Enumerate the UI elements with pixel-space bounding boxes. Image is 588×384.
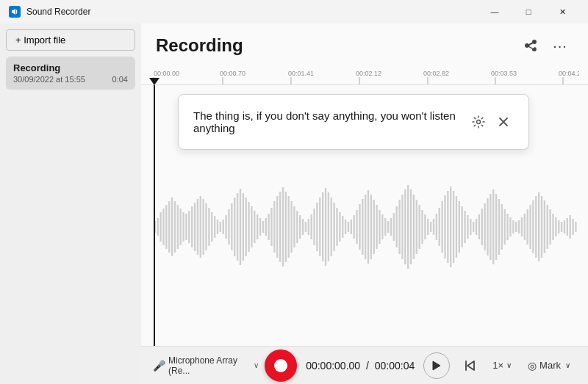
svg-rect-97 <box>381 214 383 239</box>
svg-rect-66 <box>293 206 295 247</box>
svg-rect-54 <box>259 218 261 236</box>
svg-rect-80 <box>333 203 334 251</box>
sidebar: + Import file Recording 30/09/2022 at 15… <box>0 23 141 384</box>
svg-rect-52 <box>254 211 255 243</box>
svg-rect-44 <box>231 203 232 250</box>
svg-rect-60 <box>276 196 278 258</box>
recording-item-duration: 0:04 <box>112 75 128 84</box>
svg-rect-23 <box>171 198 173 256</box>
minimize-button[interactable]: — <box>478 0 512 23</box>
svg-rect-86 <box>351 220 352 234</box>
svg-rect-144 <box>515 222 517 232</box>
svg-rect-141 <box>506 214 508 240</box>
close-button[interactable]: ✕ <box>545 0 579 23</box>
svg-rect-108 <box>413 195 415 259</box>
waveform-container: 00:00.00 00:00.70 00:01.41 00:02.12 00:0… <box>141 65 588 346</box>
mic-icon: 🎤 <box>153 360 165 372</box>
svg-rect-118 <box>441 201 442 253</box>
title-bar: Sound Recorder — □ ✕ <box>0 0 588 23</box>
svg-rect-35 <box>205 203 207 250</box>
waveform-svg <box>148 161 581 293</box>
bottom-right-controls: 1× ∨ ◎ Mark ∨ <box>488 357 576 374</box>
svg-text:00:01.41: 00:01.41 <box>288 70 314 77</box>
svg-rect-163 <box>570 215 571 239</box>
transcript-text: The thing is, if you don't say anything,… <box>193 109 456 134</box>
svg-rect-116 <box>436 214 437 240</box>
svg-rect-63 <box>285 192 287 262</box>
timeline-svg: 00:00.00 00:00.70 00:01.41 00:02.12 00:0… <box>150 65 579 84</box>
mic-chevron-icon: ∨ <box>254 361 259 369</box>
svg-rect-129 <box>473 222 474 232</box>
record-button[interactable] <box>265 349 297 382</box>
svg-point-16 <box>477 120 481 124</box>
play-icon <box>432 361 441 371</box>
mark-button[interactable]: ◎ Mark ∨ <box>522 357 576 374</box>
svg-rect-89 <box>359 204 360 250</box>
svg-rect-165 <box>575 222 576 232</box>
svg-rect-146 <box>521 217 523 236</box>
svg-rect-31 <box>194 203 196 251</box>
svg-rect-124 <box>459 201 460 253</box>
svg-rect-145 <box>518 220 520 233</box>
play-button[interactable] <box>423 352 450 379</box>
mark-chevron-icon: ∨ <box>565 361 570 369</box>
transcript-close-button[interactable] <box>493 112 514 132</box>
svg-rect-91 <box>365 195 366 259</box>
transcript-settings-button[interactable] <box>468 112 489 132</box>
svg-rect-36 <box>208 208 209 246</box>
svg-rect-41 <box>223 220 224 234</box>
svg-rect-95 <box>376 205 377 249</box>
main-content: Recording ··· 00:00.00 <box>141 23 588 384</box>
svg-text:00:00.70: 00:00.70 <box>220 70 245 77</box>
svg-rect-123 <box>456 196 457 258</box>
mic-label: Microphone Array (Re... <box>168 355 249 376</box>
share-button[interactable] <box>517 32 544 59</box>
current-time-display: 00:00:00.00 / 00:00:04 <box>306 360 415 372</box>
speed-label: 1× <box>492 360 503 371</box>
svg-rect-130 <box>476 219 477 235</box>
svg-rect-107 <box>410 189 412 264</box>
svg-text:00:02.82: 00:02.82 <box>423 70 449 77</box>
window-controls: — □ ✕ <box>478 0 579 23</box>
svg-rect-103 <box>398 200 400 254</box>
svg-rect-154 <box>544 200 545 253</box>
speed-selector[interactable]: 1× ∨ <box>488 357 516 374</box>
more-options-button[interactable]: ··· <box>547 32 573 59</box>
recording-list-item[interactable]: Recording 30/09/2022 at 15:55 0:04 <box>6 57 135 90</box>
timeline: 00:00.00 00:00.70 00:01.41 00:02.12 00:0… <box>141 65 588 85</box>
svg-rect-67 <box>296 211 298 243</box>
svg-rect-126 <box>464 211 465 243</box>
svg-rect-131 <box>478 214 480 239</box>
title-bar-left: Sound Recorder <box>9 6 90 18</box>
skip-to-start-button[interactable] <box>459 354 482 377</box>
svg-rect-109 <box>416 200 417 254</box>
svg-rect-49 <box>245 198 247 256</box>
svg-rect-51 <box>251 206 252 247</box>
svg-rect-104 <box>401 195 403 259</box>
total-time: 00:00:04 <box>375 360 415 372</box>
playback-controls: 00:00:00.00 / 00:00:04 <box>265 349 482 382</box>
import-file-button[interactable]: + Import file <box>6 29 135 51</box>
maximize-button[interactable]: □ <box>512 0 545 23</box>
svg-rect-114 <box>430 222 431 232</box>
playhead-line <box>154 85 155 346</box>
svg-rect-143 <box>512 220 514 233</box>
svg-rect-140 <box>504 209 506 244</box>
svg-rect-19 <box>159 212 161 242</box>
svg-rect-119 <box>444 195 445 258</box>
svg-rect-62 <box>282 187 284 267</box>
svg-rect-150 <box>532 200 534 253</box>
svg-rect-27 <box>182 212 184 242</box>
svg-text:00:04.24: 00:04.24 <box>559 70 579 77</box>
svg-rect-162 <box>567 218 568 236</box>
speed-chevron-icon: ∨ <box>506 361 512 369</box>
mark-label: Mark <box>539 360 561 371</box>
recording-item-title: Recording <box>13 62 128 73</box>
svg-rect-25 <box>177 205 179 249</box>
microphone-selector[interactable]: 🎤 Microphone Array (Re... ∨ <box>153 355 259 376</box>
svg-rect-78 <box>328 192 329 261</box>
app-title: Sound Recorder <box>26 7 90 17</box>
timeline-mark-0: 00:00.00 <box>154 70 179 77</box>
skip-start-icon <box>464 359 477 372</box>
svg-rect-50 <box>248 202 249 252</box>
